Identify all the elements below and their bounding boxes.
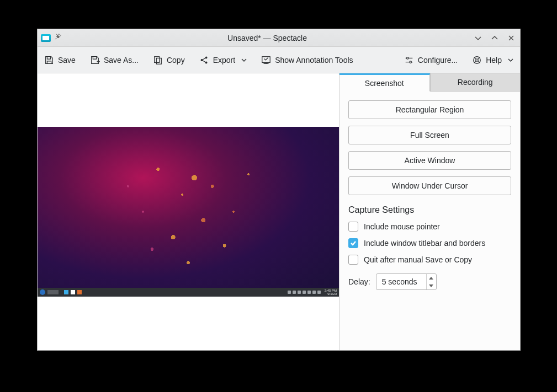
main-body: 2:45 PM 9/1/23 Screenshot Recording Re [38,73,520,350]
svg-point-15 [476,58,479,61]
annotation-label: Show Annotation Tools [275,56,353,65]
titlebar[interactable]: Unsaved* — Spectacle [38,29,520,47]
maximize-button[interactable] [489,33,500,44]
configure-button[interactable]: Configure... [404,55,458,65]
mode-window-under-cursor[interactable]: Window Under Cursor [348,176,511,195]
mode-rectangular-region[interactable]: Rectangular Region [348,100,511,119]
pin-icon[interactable] [54,33,62,42]
annotation-button[interactable]: Show Annotation Tools [261,55,353,65]
export-icon [199,55,209,65]
mode-full-screen[interactable]: Full Screen [348,126,511,144]
copy-icon [153,55,163,65]
checkbox-include-mouse[interactable] [348,222,358,232]
mode-active-window[interactable]: Active Window [348,151,511,170]
checkbox-quit-after-save[interactable] [348,255,358,265]
svg-line-7 [202,57,205,60]
spectacle-window: Unsaved* — Spectacle Save Save As... Cop… [37,29,521,351]
chevron-down-icon [508,57,513,63]
close-button[interactable] [506,33,517,44]
mode-under-label: Window Under Cursor [392,181,468,190]
delay-label: Delay: [348,277,370,286]
mode-rect-label: Rectangular Region [396,105,464,114]
option-quit-after-save[interactable]: Quit after manual Save or Copy [348,255,511,265]
mode-full-label: Full Screen [410,131,449,139]
option-include-mouse[interactable]: Include mouse pointer [348,222,511,232]
help-button[interactable]: Help [472,55,513,65]
option-mouse-label: Include mouse pointer [364,222,440,231]
configure-icon [404,55,414,65]
save-button[interactable]: Save [44,55,76,65]
option-quit-label: Quit after manual Save or Copy [364,255,472,264]
chevron-down-icon [241,57,247,63]
configure-label: Configure... [418,56,458,65]
option-include-titlebar[interactable]: Include window titlebar and borders [348,238,511,248]
checkbox-include-titlebar[interactable] [348,238,358,248]
delay-step-down[interactable] [427,282,436,289]
svg-point-12 [406,57,409,59]
save-as-label: Save As... [104,56,139,65]
delay-step-up[interactable] [427,274,436,282]
delay-row: Delay: 5 seconds [348,273,511,290]
side-panel: Screenshot Recording Rectangular Region … [339,73,520,350]
save-icon [44,55,54,65]
preview-date: 9/1/23 [325,292,337,296]
delay-spinbox[interactable]: 5 seconds [376,273,437,290]
tab-recording[interactable]: Recording [430,73,521,92]
help-label: Help [486,56,502,65]
save-as-icon [90,55,100,65]
app-icon [41,34,51,42]
delay-value: 5 seconds [376,277,426,286]
svg-rect-3 [156,58,161,64]
svg-line-8 [202,60,205,62]
export-button[interactable]: Export [199,55,247,65]
side-content: Rectangular Region Full Screen Active Wi… [339,92,520,299]
export-label: Export [213,56,235,65]
tab-screenshot-label: Screenshot [365,79,404,88]
tab-screenshot[interactable]: Screenshot [339,73,430,92]
capture-settings-header: Capture Settings [348,205,511,215]
help-icon [472,55,482,65]
minimize-button[interactable] [473,33,484,44]
option-titlebar-label: Include window titlebar and borders [364,239,485,248]
preview-pane: 2:45 PM 9/1/23 [38,73,339,350]
toolbar: Save Save As... Copy Export Show Annotat… [38,47,520,73]
svg-marker-21 [429,284,433,287]
preview-taskbar: 2:45 PM 9/1/23 [38,288,339,297]
annotation-icon [261,55,271,65]
svg-rect-2 [155,56,160,62]
copy-label: Copy [167,56,185,65]
save-as-button[interactable]: Save As... [90,55,139,65]
copy-button[interactable]: Copy [153,55,185,65]
save-label: Save [58,56,76,65]
tab-recording-label: Recording [458,78,493,87]
mode-active-label: Active Window [405,156,455,165]
svg-point-13 [410,61,412,63]
tabs: Screenshot Recording [339,73,520,92]
window-title: Unsaved* — Spectacle [65,34,469,42]
svg-marker-20 [429,277,433,280]
screenshot-preview[interactable]: 2:45 PM 9/1/23 [38,127,339,297]
